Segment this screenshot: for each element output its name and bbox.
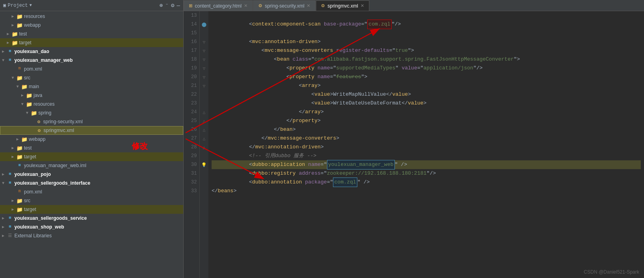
settings-icon[interactable]: ⚙ xyxy=(171,2,174,9)
folder-icon: 📁 xyxy=(30,110,38,116)
sidebar-item-youlexuan-manager-web[interactable]: ■ youlexuan_manager_web xyxy=(0,56,183,65)
arrow-icon xyxy=(24,111,30,115)
editor-tabs: ⊞ content_category.html ✕ ⚙ spring-secur… xyxy=(184,0,644,11)
sidebar-item-resources1[interactable]: 📁 resources xyxy=(0,12,183,21)
sidebar-title: ▣ Project ▼ xyxy=(3,2,32,8)
module-icon: ■ xyxy=(6,224,14,230)
libs-icon: ☰ xyxy=(6,233,14,239)
close-sidebar-icon[interactable]: — xyxy=(177,2,180,9)
gutter-13 xyxy=(200,11,208,20)
sidebar-item-pom1[interactable]: m pom.xml xyxy=(0,65,183,73)
sidebar-item-target1[interactable]: 📁 target xyxy=(0,38,183,47)
sidebar: ▣ Project ▼ ⊕ ⁻ ⚙ — 📁 resources 📁 webapp xyxy=(0,0,184,278)
sidebar-item-webapp1[interactable]: 📁 webapp xyxy=(0,21,183,30)
arrow-icon xyxy=(0,172,6,177)
gutter-22 xyxy=(200,90,208,99)
add-icon[interactable]: ⊕ xyxy=(159,2,162,9)
sidebar-item-target2[interactable]: 📁 target xyxy=(0,152,183,161)
tab-close-springmvc[interactable]: ✕ xyxy=(361,3,364,8)
sidebar-toolbar: ⊕ ⁻ ⚙ — xyxy=(159,2,180,9)
sidebar-item-webapp2[interactable]: 📁 webapp xyxy=(0,135,183,144)
code-area: 13 14 15 16 17 18 19 20 21 22 23 24 25 2… xyxy=(184,11,644,278)
code-line-13 xyxy=(212,11,641,20)
minus-icon[interactable]: ⁻ xyxy=(165,2,168,9)
code-line-25: </property> xyxy=(212,116,641,125)
pom-icon: m xyxy=(16,189,23,195)
arrow-icon xyxy=(10,198,16,203)
arrow-icon xyxy=(10,154,16,159)
arrow-icon xyxy=(19,102,26,106)
tab-close-spring-security[interactable]: ✕ xyxy=(307,3,310,8)
tab-content-category[interactable]: ⊞ content_category.html ✕ xyxy=(184,0,253,11)
sidebar-item-youlexuan-sellergoods-service[interactable]: ■ youlexuan_sellergoods_service xyxy=(0,214,183,223)
sidebar-item-resources2[interactable]: 📁 resources xyxy=(0,100,183,108)
watermark: CSDN @Daniel521-Spark xyxy=(584,269,639,275)
arrow-icon xyxy=(5,32,11,36)
sidebar-item-src2[interactable]: 📁 src xyxy=(0,196,183,205)
sidebar-item-main1[interactable]: 📁 main xyxy=(0,82,183,91)
gutter-33 xyxy=(200,187,208,195)
folder-icon: 📁 xyxy=(11,31,18,37)
sidebar-item-pom2[interactable]: m pom.xml xyxy=(0,187,183,196)
sidebar-item-test2[interactable]: 📁 test xyxy=(0,144,183,152)
sidebar-item-src1[interactable]: 📁 src xyxy=(0,73,183,82)
folder-icon: 📁 xyxy=(26,93,33,98)
code-content[interactable]: <context:component-scan base-package="co… xyxy=(208,11,644,278)
gutter-19: ▽ xyxy=(200,64,208,73)
sidebar-title-label: Project xyxy=(8,3,28,8)
sidebar-item-test1[interactable]: 📁 test xyxy=(0,30,183,38)
arrow-icon xyxy=(10,76,16,80)
sidebar-item-youlexuan-shop-web[interactable]: ■ youlexuan_shop_web xyxy=(0,223,183,231)
arrow-icon xyxy=(0,225,6,229)
gutter-24: △ xyxy=(200,108,208,116)
gutter-23 xyxy=(200,99,208,108)
sidebar-item-external-libs[interactable]: ☰ External Libraries xyxy=(0,231,183,240)
code-line-31: <dubbo:registry address="zookeeper://192… xyxy=(212,169,641,178)
arrow-icon xyxy=(19,93,26,98)
tab-label-content-category: content_category.html xyxy=(195,3,242,9)
module-icon: ■ xyxy=(6,57,14,63)
gutter-30: 💡 xyxy=(200,160,208,169)
sidebar-item-spring1[interactable]: 📁 spring xyxy=(0,108,183,117)
sidebar-item-java1[interactable]: 📁 java xyxy=(0,91,183,100)
gutter-14: ⬤ xyxy=(200,20,208,29)
folder-icon: 📁 xyxy=(16,22,23,28)
code-line-33: </beans> xyxy=(212,187,641,195)
sidebar-item-spring-security-xml[interactable]: ⚙ spring-security.xml xyxy=(0,117,183,126)
xml-icon: ⚙ xyxy=(35,119,42,124)
sidebar-item-target3[interactable]: 📁 target xyxy=(0,205,183,214)
arrow-icon xyxy=(5,40,11,45)
arrow-icon xyxy=(0,216,6,221)
arrow-icon xyxy=(0,58,6,63)
folder-icon: 📁 xyxy=(11,40,18,45)
folder-icon: 📁 xyxy=(26,101,33,107)
tab-label-springmvc: springmvc.xml xyxy=(327,3,358,9)
arrow-icon xyxy=(10,14,16,19)
folder-icon: 📁 xyxy=(16,75,23,81)
gutter-26: △ xyxy=(200,125,208,134)
sidebar-item-youlexuan-sellergoods-interface[interactable]: ■ youlexuan_sellergoods_interface xyxy=(0,179,183,187)
gutter-21: ▽ xyxy=(200,81,208,90)
module-icon: ■ xyxy=(6,180,14,186)
gutter-32 xyxy=(200,178,208,187)
arrow-icon xyxy=(10,146,16,150)
module-icon: ■ xyxy=(6,172,14,177)
iml-icon: ■ xyxy=(16,163,23,168)
html-icon: ⊞ xyxy=(189,3,192,8)
tab-spring-security[interactable]: ⚙ spring-security.xml ✕ xyxy=(253,0,315,11)
sidebar-item-springmvc-xml[interactable]: ⚙ springmvc.xml xyxy=(0,126,183,135)
code-line-15 xyxy=(212,29,641,37)
sidebar-tree: 📁 resources 📁 webapp 📁 test 📁 target xyxy=(0,11,183,278)
gutter-31 xyxy=(200,169,208,178)
xml-tab-icon: ⚙ xyxy=(258,3,262,8)
sidebar-item-youlexuan-pojo[interactable]: ■ youlexuan_pojo xyxy=(0,170,183,179)
tab-close-content-category[interactable]: ✕ xyxy=(244,3,248,8)
gutter-15 xyxy=(200,29,208,37)
sidebar-item-iml[interactable]: ■ youlexuan_manager_web.iml xyxy=(0,161,183,170)
gutter: ⬤ ▽ ▽ ▽ ▽ ▽ ▽ △ △ △ △ △ 💡 xyxy=(200,11,208,278)
sidebar-item-youlexuan-dao[interactable]: ■ youlexuan_dao xyxy=(0,47,183,56)
gutter-28: △ xyxy=(200,143,208,152)
tab-springmvc[interactable]: ⚙ springmvc.xml ✕ xyxy=(316,0,369,11)
project-icon: ▣ xyxy=(3,2,6,8)
module-icon: ■ xyxy=(6,49,14,54)
